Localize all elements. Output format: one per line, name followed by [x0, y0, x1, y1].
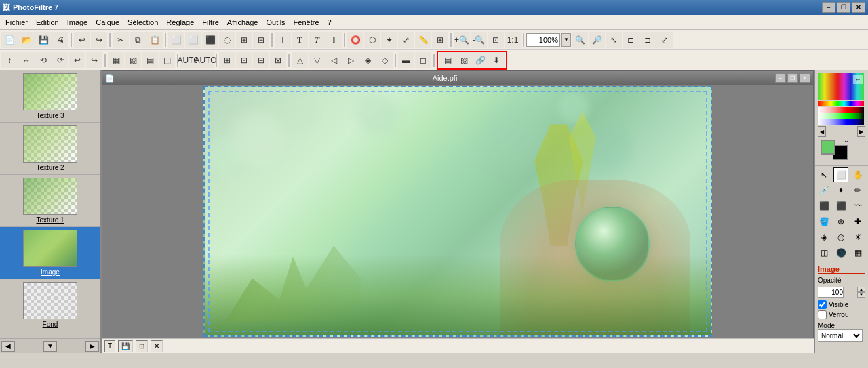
menu-fenetre[interactable]: Fenêtre: [290, 17, 323, 28]
toolbar-poly[interactable]: ⬡: [364, 32, 380, 48]
menu-reglage[interactable]: Réglage: [162, 17, 198, 28]
toolbar2-23[interactable]: ▬: [398, 52, 414, 68]
toolbar-print[interactable]: 🖨: [52, 32, 68, 48]
tool-pointer[interactable]: ↖: [816, 167, 831, 182]
toolbar-nav2[interactable]: ⊏: [623, 32, 639, 48]
tool-pattern[interactable]: ▦: [850, 245, 865, 260]
toolbar-crop[interactable]: ⤢: [398, 32, 414, 48]
zoom-dropdown[interactable]: ▼: [561, 33, 571, 47]
toolbar2-8[interactable]: ▧: [125, 52, 141, 68]
toolbar2-2[interactable]: ↔: [18, 52, 35, 68]
menu-affichage[interactable]: Affichage: [223, 17, 262, 28]
menu-aide[interactable]: ?: [323, 17, 336, 28]
toolbar2-9[interactable]: ▤: [142, 52, 158, 68]
toolbar2-layer-btn3[interactable]: 🔗: [472, 52, 488, 68]
toolbar-select-none[interactable]: ⬜: [185, 32, 201, 48]
layer-texture1[interactable]: Texture 1: [0, 175, 100, 227]
toolbar-zoom-out-btn[interactable]: -🔍: [471, 32, 487, 48]
toolbar2-12[interactable]: AUTO: [197, 52, 214, 68]
status-save[interactable]: 💾: [118, 340, 133, 352]
color-gradient[interactable]: ↔: [818, 73, 864, 100]
swap-fg-bg-btn[interactable]: ↔: [842, 137, 850, 145]
toolbar2-22[interactable]: ◇: [376, 52, 393, 68]
toolbar2-1[interactable]: ↕: [1, 52, 18, 68]
status-close[interactable]: ✕: [151, 340, 163, 352]
toolbar-magic[interactable]: ✦: [381, 32, 397, 48]
toolbar-zoom-in-btn[interactable]: +🔍: [454, 32, 470, 48]
toolbar-expand[interactable]: ⊞: [236, 32, 252, 48]
layer-fond[interactable]: Fond: [0, 279, 100, 331]
tool-heal[interactable]: ✚: [850, 214, 865, 229]
menu-selection[interactable]: Sélection: [123, 17, 162, 28]
layers-nav-up[interactable]: ◀: [1, 341, 15, 352]
toolbar-fit[interactable]: ⊡: [488, 32, 504, 48]
toolbar2-15[interactable]: ⊟: [253, 52, 269, 68]
layers-nav-scroll[interactable]: ▼: [43, 341, 57, 352]
toolbar-nav1[interactable]: ⤡: [606, 32, 622, 48]
tool-eraser[interactable]: ⬛: [816, 199, 831, 213]
palette-nav-right[interactable]: ▶: [857, 126, 865, 137]
toolbar-grid[interactable]: ⊞: [432, 32, 448, 48]
tool-blur[interactable]: ◎: [833, 230, 848, 245]
toolbar-ruler[interactable]: 📏: [415, 32, 431, 48]
zoom-input[interactable]: [526, 33, 560, 47]
toolbar2-14[interactable]: ⊡: [236, 52, 252, 68]
toolbar2-3[interactable]: ⟲: [35, 52, 52, 68]
spectrum-hue[interactable]: [818, 101, 864, 106]
tool-dodge[interactable]: ☀: [850, 230, 865, 245]
doc-minimize[interactable]: −: [775, 73, 786, 83]
tool-hand[interactable]: ✋: [850, 167, 865, 182]
visible-checkbox[interactable]: [818, 300, 827, 309]
toolbar-nav4[interactable]: ⤢: [656, 32, 673, 48]
spectrum-red[interactable]: [818, 107, 864, 113]
opacity-input[interactable]: [818, 287, 844, 298]
menu-image[interactable]: Image: [63, 17, 92, 28]
toolbar-t2[interactable]: 𝐓: [292, 32, 308, 48]
toolbar-zoom-b[interactable]: 🔎: [589, 32, 605, 48]
toolbar2-17[interactable]: △: [292, 52, 308, 68]
toolbar2-layer-btn2[interactable]: ▧: [456, 52, 472, 68]
toolbar2-4[interactable]: ⟳: [52, 52, 68, 68]
toolbar-t1[interactable]: T: [275, 32, 291, 48]
tool-gradient[interactable]: ◫: [816, 245, 831, 260]
toolbar2-layer-btn4[interactable]: ⬇: [488, 52, 505, 68]
opacity-spin-down[interactable]: ▼: [857, 292, 865, 298]
toolbar-t4[interactable]: 𝕋: [326, 32, 342, 48]
foreground-color[interactable]: [821, 140, 835, 155]
toolbar-paste[interactable]: 📋: [146, 32, 163, 48]
menu-fichier[interactable]: Fichier: [1, 17, 32, 28]
doc-close[interactable]: ✕: [800, 73, 810, 83]
toolbar-redo[interactable]: ↪: [91, 32, 107, 48]
toolbar2-10[interactable]: ◫: [159, 52, 175, 68]
menu-calque[interactable]: Calque: [92, 17, 123, 28]
status-fit[interactable]: ⊡: [136, 340, 148, 352]
toolbar-zoom-a[interactable]: 🔍: [572, 32, 588, 48]
toolbar2-6[interactable]: ↪: [86, 52, 102, 68]
minimize-button[interactable]: −: [822, 2, 835, 13]
mode-select[interactable]: Normal Multiplier Screen Overlay: [818, 329, 863, 342]
tool-smudge[interactable]: 〰: [850, 199, 865, 213]
spectrum-green[interactable]: [818, 113, 864, 119]
toolbar2-13[interactable]: ⊞: [219, 52, 235, 68]
swap-colors-btn[interactable]: ↔: [853, 75, 863, 84]
tool-sharpen[interactable]: ◈: [816, 230, 831, 245]
close-button[interactable]: ✕: [852, 2, 865, 13]
layers-nav-down[interactable]: ▶: [85, 341, 99, 352]
toolbar-actual[interactable]: 1:1: [505, 32, 521, 48]
layer-image[interactable]: Image: [0, 227, 100, 279]
toolbar2-16[interactable]: ⊠: [270, 52, 286, 68]
layer-texture2[interactable]: Texture 2: [0, 123, 100, 175]
toolbar-nav3[interactable]: ⊐: [639, 32, 656, 48]
toolbar2-7[interactable]: ▦: [108, 52, 124, 68]
toolbar-save[interactable]: 💾: [35, 32, 52, 48]
toolbar2-5[interactable]: ↩: [69, 52, 85, 68]
toolbar2-18[interactable]: ▽: [309, 52, 325, 68]
toolbar-select-inv[interactable]: ⬛: [202, 32, 218, 48]
verrou-checkbox[interactable]: [818, 310, 827, 319]
toolbar-open[interactable]: 📂: [18, 32, 35, 48]
tool-wand[interactable]: ✦: [833, 183, 848, 198]
toolbar2-24[interactable]: ◻: [415, 52, 431, 68]
doc-restore[interactable]: ❐: [787, 73, 798, 83]
toolbar-lasso[interactable]: ⭕: [347, 32, 363, 48]
toolbar-select-all[interactable]: ⬜: [168, 32, 184, 48]
